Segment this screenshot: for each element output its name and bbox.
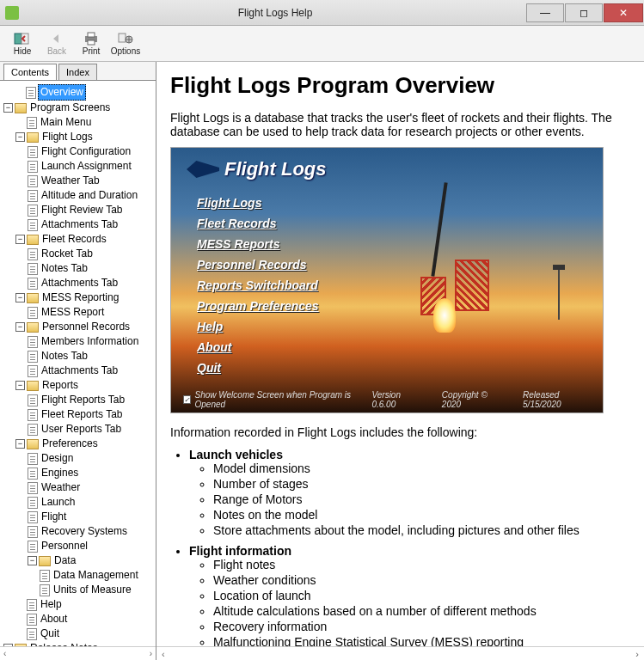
tree-about[interactable]: About [39,612,69,626]
tree-weather-tab[interactable]: Weather Tab [40,174,101,188]
hero-copyright: Copyright © 2020 [442,390,504,409]
options-button[interactable]: Options [108,28,143,60]
tree-mess-reporting[interactable]: MESS Reporting [40,290,120,305]
tree-mess-report[interactable]: MESS Report [40,305,106,320]
tree-user-reports[interactable]: User Reports Tab [40,422,123,437]
hero-menu: Flight Logs Fleet Records MESS Reports P… [197,196,319,382]
tree-members-info[interactable]: Members Information [40,334,140,349]
print-button[interactable]: Print [74,28,108,60]
tree-flight-logs[interactable]: Flight Logs [40,130,95,144]
checkbox-icon[interactable]: ✓ [183,395,191,404]
tree-attachments-3[interactable]: Attachments Tab [40,364,120,378]
list-item: Number of stages [213,477,630,491]
tree-notes-tab-2[interactable]: Notes Tab [40,349,89,364]
app-icon [5,6,19,20]
hero-link[interactable]: Personnel Records [197,258,319,272]
tree-engines[interactable]: Engines [40,466,80,480]
folder-icon [27,293,39,303]
hero-link[interactable]: Reports Switchboard [197,278,319,292]
tree-units-measure[interactable]: Units of Measure [52,583,133,597]
tree-help[interactable]: Help [39,597,64,612]
tab-index[interactable]: Index [58,64,97,80]
tree-data[interactable]: Data [52,553,77,568]
close-button[interactable]: ✕ [604,3,643,22]
toggle-icon[interactable] [28,556,37,565]
hero-footer: ✓Show Welcome Screen when Program is Ope… [183,390,594,409]
page-icon [28,307,38,319]
hero-link[interactable]: Help [197,320,319,333]
svg-rect-4 [88,40,95,45]
page-icon [28,526,38,538]
tree-personnel-records[interactable]: Personnel Records [40,320,132,334]
tree-alt-dur[interactable]: Altitude and Duration [40,188,139,203]
page-icon [28,424,38,436]
toggle-icon[interactable] [3,103,13,113]
tree-attachments-2[interactable]: Attachments Tab [40,276,120,290]
toggle-icon[interactable] [15,322,25,332]
print-icon [83,32,100,46]
tree-flight-review[interactable]: Flight Review Tab [40,203,125,217]
tree-launch-assign[interactable]: Launch Assignment [40,159,133,174]
page-icon [28,468,38,480]
hide-icon [14,32,31,46]
hero-link[interactable]: MESS Reports [197,237,319,251]
hero-link[interactable]: Fleet Records [197,217,319,230]
hero-link[interactable]: Quit [197,361,319,375]
options-label: Options [111,46,140,56]
toggle-icon[interactable] [15,439,25,449]
tree-recovery-systems[interactable]: Recovery Systems [40,524,129,539]
hero-image: Flight Logs Flight Logs Fleet Records ME… [170,147,604,413]
flame-icon [433,298,456,333]
tree-flight[interactable]: Flight [40,510,68,524]
back-button: Back [40,28,74,60]
list-item: Weather conditions [213,573,630,587]
section-flight-info: Flight information [189,544,291,558]
tree-fleet-reports[interactable]: Fleet Reports Tab [40,407,125,422]
tree-weather[interactable]: Weather [40,480,82,495]
tree-overview[interactable]: Overview [38,84,86,101]
tree-design[interactable]: Design [40,451,75,466]
hero-link[interactable]: Flight Logs [197,196,319,210]
list-item: Model dimensions [213,461,630,475]
tree-fleet-records[interactable]: Fleet Records [40,232,108,247]
tree-reports[interactable]: Reports [40,378,80,393]
welcome-label: Show Welcome Screen when Program is Open… [194,390,371,409]
page-icon [28,278,38,290]
tree-attachments[interactable]: Attachments Tab [40,217,120,232]
toggle-icon[interactable] [15,132,25,142]
page-icon [28,263,38,275]
content-scrollbar[interactable]: ‹› [156,646,644,660]
tree-notes-tab[interactable]: Notes Tab [40,261,89,276]
toggle-icon[interactable] [15,235,25,244]
lamp-icon [553,265,565,270]
hide-button[interactable]: Hide [5,28,40,60]
page-icon [26,87,36,99]
tree-preferences[interactable]: Preferences [40,437,100,451]
tab-contents[interactable]: Contents [3,64,57,80]
tree-data-mgmt[interactable]: Data Management [52,568,140,583]
tree-program-screens[interactable]: Program Screens [28,101,112,115]
tree-main-menu[interactable]: Main Menu [39,115,93,130]
list-item: Flight notes [213,558,630,571]
tree-personnel[interactable]: Personnel [40,539,89,553]
tree-quit[interactable]: Quit [39,626,61,641]
toggle-icon[interactable] [15,293,25,302]
page-icon [28,190,38,202]
tree-launch[interactable]: Launch [40,495,77,510]
tree-rocket-tab[interactable]: Rocket Tab [40,247,95,261]
tree-flight-config[interactable]: Flight Configuration [40,144,132,159]
tree-flight-reports[interactable]: Flight Reports Tab [40,393,126,407]
folder-icon [27,322,39,333]
maximize-button[interactable]: ◻ [565,3,603,22]
hero-link[interactable]: About [197,340,319,354]
nav-scrollbar[interactable]: ‹› [0,646,156,660]
minimize-button[interactable]: — [526,3,564,22]
page-icon [28,365,38,377]
toggle-icon[interactable] [15,381,25,390]
hero-link[interactable]: Program Preferences [197,299,319,313]
swoosh-icon [187,161,219,178]
folder-icon [39,556,51,566]
folder-icon [27,381,39,391]
page-icon [28,394,38,406]
page-icon [28,453,38,465]
